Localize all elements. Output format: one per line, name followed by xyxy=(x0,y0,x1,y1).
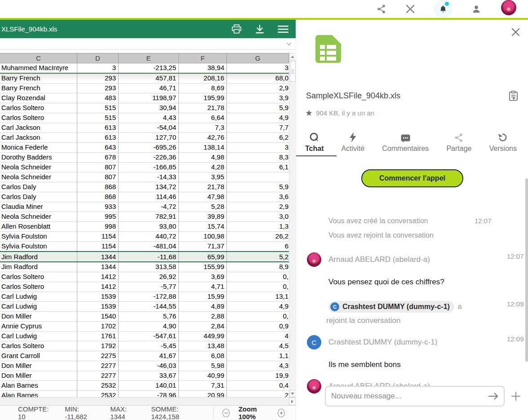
cell[interactable]: 1154 xyxy=(77,232,119,241)
cell[interactable]: Alan Barnes xyxy=(0,391,77,397)
scroll-right-button[interactable] xyxy=(289,398,296,405)
print-icon[interactable] xyxy=(231,24,242,34)
cell[interactable]: 42,76 xyxy=(179,133,227,142)
contacts-icon[interactable] xyxy=(471,4,481,14)
cell[interactable]: -54,04 xyxy=(119,123,179,133)
cell[interactable]: 1,3 xyxy=(227,222,289,231)
cell[interactable]: Jim Radford xyxy=(0,262,77,272)
cell[interactable]: 5,2 xyxy=(227,252,289,261)
send-message-icon[interactable] xyxy=(483,392,504,400)
cell[interactable]: Monica Federle xyxy=(0,143,77,152)
scroll-down-button[interactable] xyxy=(289,390,296,397)
cell[interactable]: 1412 xyxy=(77,272,119,282)
cell[interactable]: Allen Rosenblatt xyxy=(0,222,77,231)
cell[interactable]: Neola Schneider xyxy=(0,212,77,221)
cell[interactable]: Muhammed MacIntyre xyxy=(0,63,77,73)
cell[interactable]: 5,9 xyxy=(227,103,289,113)
cell[interactable]: 7,7 xyxy=(227,123,289,133)
cell[interactable]: -213,25 xyxy=(119,63,179,73)
vertical-scrollbar-thumb[interactable] xyxy=(290,61,296,82)
cell[interactable]: 0, xyxy=(227,312,289,321)
cell[interactable]: 440,72 xyxy=(119,232,179,241)
zoom-in-button[interactable]: + xyxy=(278,409,285,417)
cell[interactable]: 39,89 xyxy=(179,212,227,221)
cell[interactable]: 868 xyxy=(77,192,119,202)
cell[interactable]: 4,9 xyxy=(227,302,289,311)
cell[interactable]: Sylvia Foulston xyxy=(0,232,77,241)
menu-icon[interactable] xyxy=(278,25,288,33)
cell[interactable]: Grant Carroll xyxy=(0,351,77,361)
cell[interactable]: 3 xyxy=(77,63,119,73)
cell[interactable]: 782,91 xyxy=(119,212,179,221)
cell[interactable]: -78,96 xyxy=(119,391,179,397)
cell[interactable]: 46,71 xyxy=(119,84,179,93)
cell[interactable]: -4,72 xyxy=(119,202,179,212)
cell[interactable]: 6,64 xyxy=(179,113,227,123)
cell[interactable]: 998 xyxy=(77,222,119,231)
cell[interactable]: 0,9 xyxy=(227,322,289,331)
cell[interactable]: 30,94 xyxy=(119,103,179,113)
cell[interactable]: Carlos Soltero xyxy=(0,341,77,351)
cell[interactable]: 134,72 xyxy=(119,182,179,192)
cell[interactable]: 114,46 xyxy=(119,192,179,202)
cell[interactable]: 1792 xyxy=(77,341,119,351)
cell[interactable] xyxy=(227,172,289,182)
download-icon[interactable] xyxy=(255,24,264,34)
cell[interactable]: 0, xyxy=(227,272,289,282)
cell[interactable]: Carl Ludwig xyxy=(0,302,77,311)
table-row[interactable]: Neola Schneider995782,9139,893,0 xyxy=(0,212,289,222)
cell[interactable]: 5,28 xyxy=(179,202,227,212)
cell[interactable]: -5,45 xyxy=(119,341,179,351)
cell[interactable]: 21,78 xyxy=(179,103,227,113)
cell[interactable]: 3,6 xyxy=(227,192,289,202)
cell[interactable]: 19,9 xyxy=(227,371,289,380)
cell[interactable]: Claudia Miner xyxy=(0,202,77,212)
cell[interactable]: -144,55 xyxy=(119,302,179,311)
toolbar-collapse-chevron-icon[interactable] xyxy=(286,42,292,46)
table-row[interactable]: Don Miller15405,762,880, xyxy=(0,312,289,322)
cell[interactable]: 2 xyxy=(227,391,289,397)
cell[interactable]: 449,99 xyxy=(179,332,227,341)
cell[interactable]: Jim Radford xyxy=(0,252,77,261)
table-row[interactable]: Muhammed MacIntyre3-213,2538,943 xyxy=(0,63,289,74)
cell[interactable]: 613 xyxy=(77,123,119,133)
attach-plus-icon[interactable] xyxy=(511,391,521,401)
cell[interactable]: 100,98 xyxy=(179,232,227,241)
cell[interactable]: 5,76 xyxy=(119,312,179,321)
cell[interactable]: 15,74 xyxy=(179,222,227,231)
table-row[interactable]: Neola Schneider807-166,854,286,1 xyxy=(0,163,289,172)
start-call-button[interactable]: Commencer l'appel xyxy=(361,169,463,187)
cell[interactable]: Don Miller xyxy=(0,361,77,371)
cell[interactable]: 6,08 xyxy=(179,351,227,361)
column-header-d[interactable]: D xyxy=(77,53,119,63)
cell[interactable]: 195,99 xyxy=(179,93,227,103)
cell[interactable]: 68,0 xyxy=(227,74,289,83)
cell[interactable]: 6,2 xyxy=(227,133,289,142)
share-icon[interactable] xyxy=(377,4,386,14)
table-row[interactable]: Jim Radford1344313,58155,998,9 xyxy=(0,262,289,272)
user-mention-pill[interactable]: CCrashtest DUMMY (dummy-c-1) xyxy=(328,301,454,313)
cell[interactable]: 0,4 xyxy=(227,381,289,390)
cell[interactable]: 1412 xyxy=(77,282,119,292)
cell[interactable]: 6,1 xyxy=(227,163,289,172)
table-row[interactable]: Barry French29346,718,692,9 xyxy=(0,84,289,93)
cell[interactable]: 2532 xyxy=(77,391,119,397)
cell[interactable]: 71,37 xyxy=(179,242,227,251)
cell[interactable]: -5,77 xyxy=(119,282,179,292)
cell[interactable]: 1344 xyxy=(77,262,119,272)
cell[interactable]: Clay Rozendal xyxy=(0,93,77,103)
cell[interactable]: 4,9 xyxy=(227,113,289,123)
cell[interactable]: 2277 xyxy=(77,361,119,371)
table-row[interactable]: Carlos Soltero1412-5,774,710, xyxy=(0,282,289,292)
cell[interactable]: 1702 xyxy=(77,322,119,331)
scroll-up-button[interactable] xyxy=(289,53,296,60)
cell[interactable]: 140,01 xyxy=(119,381,179,390)
cell[interactable]: Carlos Soltero xyxy=(0,113,77,123)
cell[interactable]: 2,88 xyxy=(179,312,227,321)
table-row[interactable]: Carl Ludwig1539-172,8815,9913,1 xyxy=(0,292,289,302)
table-row[interactable]: Sylvia Foulston1154-481,0471,376 xyxy=(0,242,289,252)
cell[interactable]: 4 xyxy=(227,332,289,341)
cell[interactable]: Carlos Soltero xyxy=(0,103,77,113)
sidebar-close-icon[interactable] xyxy=(511,28,520,36)
cell[interactable]: Sylvia Foulston xyxy=(0,242,77,251)
